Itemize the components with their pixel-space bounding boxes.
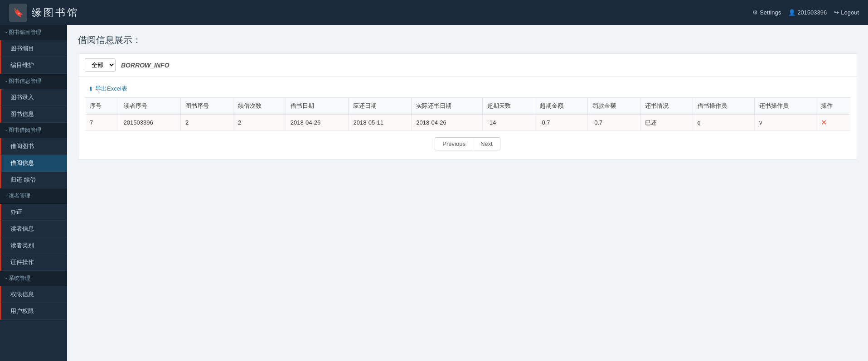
sidebar-section-catalog: - 图书编目管理 (0, 25, 67, 40)
previous-button[interactable]: Previous (435, 137, 473, 150)
cell-borrow-date: 2018-04-26 (286, 115, 349, 131)
borrow-table-container: 全部 已还 未还 BORROW_INFO ⬇ 导出Excel表 (78, 53, 857, 160)
sidebar-item-reader-info[interactable]: 读者信息 (0, 221, 67, 237)
borrow-info-label: BORROW_INFO (121, 62, 170, 69)
col-return-operator: 还书操作员 (754, 98, 816, 115)
col-actual-return-date: 实际还书日期 (412, 98, 483, 115)
sidebar-item-book-catalog[interactable]: 图书编目 (0, 40, 67, 57)
settings-icon: ⚙ (752, 9, 758, 16)
logout-icon: ↪ (834, 9, 839, 16)
table-body: 7 201503396 2 2 2018-04-26 2018-05-11 20… (85, 115, 850, 131)
user-link[interactable]: 👤 201503396 (788, 9, 827, 16)
cell-book-no: 2 (181, 115, 233, 131)
col-action: 操作 (816, 98, 850, 115)
sidebar-section-system: - 系统管理 (0, 271, 67, 286)
pagination: Previous Next (85, 131, 850, 153)
user-label: 201503396 (797, 9, 827, 16)
cell-overdue-amount: -0.7 (535, 115, 588, 131)
cell-return-operator: v (754, 115, 816, 131)
cell-due-date: 2018-05-11 (349, 115, 412, 131)
logout-link[interactable]: ↪ Logout (834, 9, 859, 16)
cell-overdue-days: -14 (483, 115, 535, 131)
header-actions: ⚙ Settings 👤 201503396 ↪ Logout (752, 9, 859, 16)
col-reader-no: 读者序号 (119, 98, 181, 115)
col-overdue-amount: 超期金额 (535, 98, 588, 115)
sidebar-item-book-entry[interactable]: 图书录入 (0, 89, 67, 106)
col-borrow-operator: 借书操作员 (693, 98, 754, 115)
col-fine-amount: 罚款金额 (587, 98, 640, 115)
col-overdue-days: 超期天数 (483, 98, 535, 115)
cell-id: 7 (85, 115, 119, 131)
cell-actual-return-date: 2018-04-26 (412, 115, 483, 131)
logo: 🔖 缘图书馆 (9, 4, 79, 22)
cell-reader-no: 201503396 (119, 115, 181, 131)
table-header-row: 序号 读者序号 图书序号 续借次数 借书日期 应还日期 实际还书日期 超期天数 … (85, 98, 850, 115)
col-return-status: 还书情况 (640, 98, 693, 115)
logo-title: 缘图书馆 (32, 6, 79, 19)
next-button[interactable]: Next (473, 137, 500, 150)
col-due-date: 应还日期 (349, 98, 412, 115)
col-renew-count: 续借次数 (233, 98, 286, 115)
col-borrow-date: 借书日期 (286, 98, 349, 115)
sidebar-section-reader: - 读者管理 (0, 188, 67, 204)
sidebar-item-reader-type[interactable]: 读者类别 (0, 237, 67, 254)
logo-icon: 🔖 (9, 4, 27, 22)
user-icon: 👤 (788, 9, 795, 16)
cell-action[interactable]: ✕ (816, 115, 850, 131)
sidebar-item-borrow-info[interactable]: 借阅信息 (0, 155, 67, 172)
export-excel-button[interactable]: ⬇ 导出Excel表 (85, 83, 850, 95)
col-book-no: 图书序号 (181, 98, 233, 115)
sidebar-item-book-info[interactable]: 图书信息 (0, 106, 67, 123)
export-row: ⬇ 导出Excel表 (85, 77, 850, 97)
cell-fine-amount: -0.7 (587, 115, 640, 131)
borrow-table: 序号 读者序号 图书序号 续借次数 借书日期 应还日期 实际还书日期 超期天数 … (85, 97, 850, 131)
logout-label: Logout (841, 9, 859, 16)
sidebar-item-catalog-maintain[interactable]: 编目维护 (0, 57, 67, 74)
cell-borrow-operator: q (693, 115, 754, 131)
download-icon: ⬇ (88, 86, 93, 92)
page-title: 借阅信息展示： (78, 34, 857, 46)
col-id: 序号 (85, 98, 119, 115)
sidebar-item-return-renew[interactable]: 归还-续借 (0, 172, 67, 188)
main-content: 借阅信息展示： 全部 已还 未还 BORROW_INFO ⬇ 导出Excel表 (67, 25, 868, 361)
table-row: 7 201503396 2 2 2018-04-26 2018-05-11 20… (85, 115, 850, 131)
sidebar-item-cert-ops[interactable]: 证件操作 (0, 254, 67, 271)
sidebar-section-borrow: - 图书借阅管理 (0, 123, 67, 138)
layout: - 图书编目管理 图书编目 编目维护 - 图书信息管理 图书录入 图书信息 - … (0, 25, 868, 361)
sidebar: - 图书编目管理 图书编目 编目维护 - 图书信息管理 图书录入 图书信息 - … (0, 25, 67, 361)
settings-link[interactable]: ⚙ Settings (752, 9, 781, 16)
sidebar-item-permission-info[interactable]: 权限信息 (0, 286, 67, 303)
sidebar-item-borrow-book[interactable]: 借阅图书 (0, 138, 67, 155)
sidebar-section-bookinfo: - 图书信息管理 (0, 74, 67, 89)
table-toolbar: 全部 已还 未还 BORROW_INFO (78, 54, 857, 77)
settings-label: Settings (760, 9, 781, 16)
sidebar-item-user-permission[interactable]: 用户权限 (0, 303, 67, 320)
delete-button[interactable]: ✕ (821, 119, 827, 126)
cell-renew-count: 2 (233, 115, 286, 131)
table-area: ⬇ 导出Excel表 序号 读者序号 图书序号 续借次数 借书日期 应还日期 (78, 77, 857, 159)
table-header: 序号 读者序号 图书序号 续借次数 借书日期 应还日期 实际还书日期 超期天数 … (85, 98, 850, 115)
export-label: 导出Excel表 (95, 85, 127, 93)
header: 🔖 缘图书馆 ⚙ Settings 👤 201503396 ↪ Logout (0, 0, 868, 25)
filter-select[interactable]: 全部 已还 未还 (85, 58, 116, 72)
sidebar-item-certificate[interactable]: 办证 (0, 204, 67, 221)
cell-return-status: 已还 (640, 115, 693, 131)
